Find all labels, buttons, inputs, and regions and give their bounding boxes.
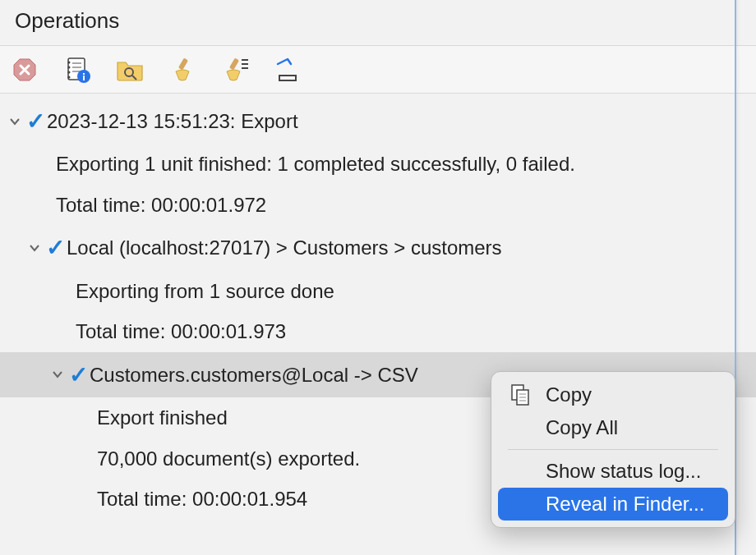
svg-rect-15 — [229, 57, 239, 70]
menu-copy-all[interactable]: Copy All — [498, 411, 728, 444]
detail-text: Total time: 00:00:01.972 — [56, 191, 266, 219]
check-icon: ✓ — [69, 359, 88, 391]
menu-label: Show status log... — [546, 460, 701, 483]
tree-detail: Total time: 00:00:01.973 — [0, 311, 756, 352]
node-label: Local (localhost:27017) > Customers > cu… — [67, 234, 502, 262]
export-button[interactable] — [273, 55, 302, 85]
svg-rect-11 — [83, 76, 85, 80]
node-label: 2023-12-13 15:51:23: Export — [47, 108, 298, 135]
svg-point-5 — [68, 76, 71, 78]
tree-detail: Exporting from 1 source done — [0, 271, 756, 312]
check-icon: ✓ — [46, 232, 65, 264]
menu-status-log[interactable]: Show status log... — [498, 455, 728, 488]
search-folder-icon — [116, 57, 144, 82]
svg-point-4 — [68, 71, 71, 73]
panel-header: Operations — [0, 0, 756, 46]
panel-title: Operations — [15, 8, 119, 33]
menu-separator — [508, 449, 718, 450]
tree-node-local[interactable]: ✓ Local (localhost:27017) > Customers > … — [0, 225, 756, 270]
log-icon — [63, 56, 91, 84]
detail-text: Export finished — [97, 404, 228, 432]
tree-detail: Exporting 1 unit finished: 1 completed s… — [0, 144, 756, 185]
svg-point-3 — [68, 66, 71, 68]
detail-text: 70,000 document(s) exported. — [97, 445, 360, 473]
clear-button[interactable] — [168, 55, 197, 85]
clear-all-button[interactable] — [220, 55, 250, 85]
menu-label: Reveal in Finder... — [546, 493, 704, 516]
search-folder-button[interactable] — [115, 55, 145, 85]
node-label: Customers.customers@Local -> CSV — [90, 361, 418, 389]
clear-icon — [169, 57, 196, 83]
right-border — [735, 0, 756, 555]
check-icon: ✓ — [26, 105, 45, 137]
tree-node-export[interactable]: ✓ 2023-12-13 15:51:23: Export — [0, 99, 756, 144]
detail-text: Total time: 00:00:01.973 — [76, 318, 286, 346]
menu-label: Copy — [546, 383, 592, 406]
menu-copy[interactable]: Copy — [498, 378, 728, 411]
stop-button[interactable] — [10, 55, 39, 85]
stop-icon — [12, 57, 37, 82]
chevron-down-icon[interactable] — [49, 366, 66, 383]
chevron-down-icon[interactable] — [7, 113, 23, 130]
menu-label: Copy All — [546, 416, 618, 439]
detail-text: Total time: 00:00:01.954 — [97, 485, 307, 513]
svg-rect-14 — [178, 57, 188, 70]
detail-text: Exporting from 1 source done — [76, 278, 334, 305]
menu-reveal-finder[interactable]: Reveal in Finder... — [498, 488, 728, 521]
copy-icon — [506, 383, 536, 406]
detail-text: Exporting 1 unit finished: 1 completed s… — [56, 150, 575, 178]
context-menu: Copy Copy All Show status log... Reveal … — [491, 371, 735, 528]
log-button[interactable] — [62, 55, 92, 85]
svg-rect-10 — [83, 73, 85, 75]
toolbar — [0, 46, 756, 94]
tree-detail: Total time: 00:00:01.972 — [0, 185, 756, 226]
chevron-down-icon[interactable] — [26, 240, 43, 256]
clear-all-icon — [220, 57, 250, 83]
svg-point-2 — [68, 61, 71, 63]
export-icon — [274, 57, 301, 82]
